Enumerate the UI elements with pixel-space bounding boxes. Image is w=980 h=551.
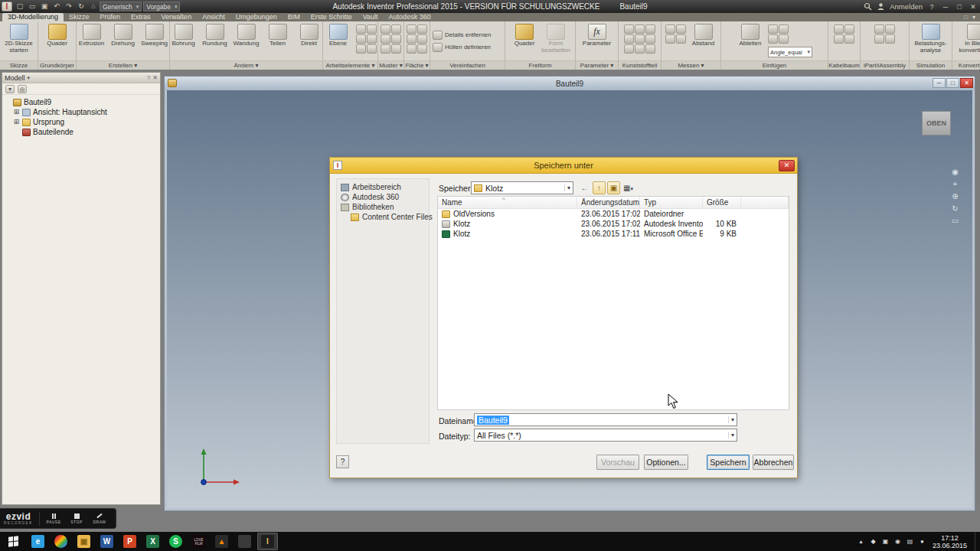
appearance-combobox[interactable]: Vorgabe ▾: [143, 2, 180, 11]
tree-item[interactable]: Bauteilende: [4, 127, 158, 137]
abbrechen-button[interactable]: Abbrechen: [753, 455, 794, 470]
small-tool-icon[interactable]: [381, 24, 390, 34]
ribbon-tab[interactable]: Autodesk 360: [384, 13, 436, 21]
document-titlebar[interactable]: Bauteil9 ─ □ ✕: [165, 77, 975, 90]
group-label-muster[interactable]: Muster ▾: [378, 60, 403, 70]
speichern-button[interactable]: Speichern: [707, 455, 750, 470]
small-tool-icon[interactable]: [665, 24, 675, 34]
taskbar-app[interactable]: I: [257, 533, 278, 550]
file-row[interactable]: OldVersions 23.06.2015 17:02 Dateiordner: [438, 209, 789, 219]
stop-button[interactable]: STOP: [65, 513, 88, 524]
navigation-icon[interactable]: ◉: [950, 167, 960, 177]
small-tool-icon[interactable]: [407, 34, 416, 44]
taskbar-app[interactable]: ▣: [74, 533, 94, 550]
expand-icon[interactable]: ⊞: [13, 119, 20, 126]
taskbar-app[interactable]: [234, 533, 255, 550]
up-one-level-button[interactable]: ↑: [593, 181, 606, 194]
file-row[interactable]: Klotz 23.06.2015 17:11 Microsoft Office …: [438, 229, 789, 239]
tool-teilen[interactable]: Teilen: [263, 22, 293, 60]
new-folder-button[interactable]: ▣: [607, 181, 620, 194]
small-tool-icon[interactable]: [768, 34, 778, 44]
small-tool-icon[interactable]: [381, 34, 390, 44]
small-tool-icon[interactable]: [676, 24, 686, 34]
small-tool-icon[interactable]: [834, 24, 844, 34]
small-tool-icon[interactable]: [844, 24, 854, 34]
tray-icon[interactable]: ●: [918, 538, 926, 545]
taskbar-app[interactable]: e: [28, 533, 48, 550]
column-header-name[interactable]: Name ^: [438, 197, 577, 208]
small-tool-icon[interactable]: [367, 24, 377, 34]
tool-parameter[interactable]: fx Parameter: [582, 22, 612, 60]
small-tool-icon[interactable]: [885, 24, 895, 34]
column-header-date[interactable]: Änderungsdatum: [577, 197, 640, 208]
doc-maximize-button[interactable]: □: [946, 78, 959, 88]
view-menu-button[interactable]: ▦▾: [622, 181, 635, 194]
small-tool-icon[interactable]: [885, 34, 895, 44]
small-tool-icon[interactable]: [417, 44, 427, 54]
ribbon-tab[interactable]: Skizze: [64, 13, 95, 21]
sidebar-place[interactable]: Arbeitsbereich: [337, 182, 429, 192]
file-row[interactable]: Klotz 23.06.2015 17:02 Autodesk Inventor…: [438, 219, 789, 229]
small-tool-icon[interactable]: [874, 24, 884, 34]
tool-abstand[interactable]: Abstand: [688, 22, 719, 60]
ribbon-tab[interactable]: Prüfen: [95, 13, 126, 21]
small-tool-icon[interactable]: [635, 34, 645, 44]
dialog-help-button[interactable]: ?: [336, 455, 349, 468]
browser-help-icon[interactable]: ?: [147, 74, 150, 81]
material-combobox[interactable]: Generisch ▾: [100, 2, 142, 11]
small-tool-icon[interactable]: [844, 34, 854, 44]
small-tool-icon[interactable]: [367, 34, 377, 44]
pause-button[interactable]: PAUSE: [42, 513, 65, 524]
ribbon-tab[interactable]: BIM: [283, 13, 305, 21]
taskbar-app[interactable]: P: [119, 533, 140, 550]
group-label-erstellen[interactable]: Erstellen ▾: [77, 60, 169, 70]
small-tool-icon[interactable]: [624, 44, 634, 54]
browser-close-icon[interactable]: ✕: [152, 74, 158, 81]
quick-access-icon[interactable]: ↷: [64, 2, 74, 11]
small-tool-icon[interactable]: [779, 34, 789, 44]
tool-quader[interactable]: Quader: [42, 22, 73, 60]
show-desktop-button[interactable]: [975, 532, 980, 551]
small-tool-icon[interactable]: [391, 34, 401, 44]
angle-equal-combobox[interactable]: Angle_equal ▾: [768, 47, 812, 57]
tree-item[interactable]: ⊞ Ursprung: [4, 117, 158, 127]
small-tool-icon[interactable]: [407, 24, 416, 34]
navigation-icon[interactable]: ▭: [950, 216, 960, 226]
small-tool-icon[interactable]: [645, 24, 655, 34]
small-tool-icon[interactable]: [624, 34, 634, 44]
small-tool-icon[interactable]: [391, 44, 401, 54]
minimize-button[interactable]: ─: [941, 3, 950, 11]
save-location-combobox[interactable]: Klotz ▾: [471, 181, 573, 194]
small-tool-icon[interactable]: [635, 24, 645, 34]
tray-icon[interactable]: ▤: [906, 538, 914, 545]
small-tool-icon[interactable]: [779, 24, 789, 34]
chevron-down-icon[interactable]: ▾: [28, 75, 31, 81]
ribbon-tab[interactable]: Ansicht: [197, 13, 230, 21]
small-tool-icon[interactable]: [676, 34, 686, 44]
quick-access-icon[interactable]: ⌂: [88, 2, 99, 11]
group-label-flaeche[interactable]: Fläche ▾: [404, 60, 430, 70]
tray-icon[interactable]: ◆: [869, 538, 877, 545]
tool-2d-skizze-starten[interactable]: 2D-Skizze starten: [4, 22, 34, 60]
ribbon-display-icon[interactable]: □: [964, 13, 968, 21]
small-tool-icon[interactable]: [645, 44, 655, 54]
taskbar-app[interactable]: [51, 533, 71, 550]
tray-icon[interactable]: ◉: [893, 538, 902, 545]
small-tool-icon[interactable]: [624, 24, 634, 34]
tree-item[interactable]: Bauteil9: [4, 97, 158, 107]
tray-icon[interactable]: ▴: [857, 538, 865, 545]
sign-in-link[interactable]: Anmelden: [890, 2, 923, 11]
taskbar-app[interactable]: W: [96, 533, 117, 550]
small-tool-icon[interactable]: [356, 34, 366, 44]
small-tool-icon[interactable]: [874, 34, 884, 44]
ribbon-tab[interactable]: Umgebungen: [230, 13, 283, 21]
small-tool-icon[interactable]: [635, 44, 645, 54]
group-label-arbeitselemente[interactable]: Arbeitselemente ▾: [323, 60, 377, 70]
taskbar-clock[interactable]: 17:12 23.06.2015: [933, 534, 967, 549]
doc-close-button[interactable]: ✕: [960, 78, 973, 88]
doc-minimize-button[interactable]: ─: [933, 78, 946, 88]
tray-icon[interactable]: ▣: [881, 538, 890, 545]
small-tool-icon[interactable]: [407, 44, 416, 54]
tool-belastungsanalyse[interactable]: Belastungs-analyse: [912, 22, 950, 60]
start-button[interactable]: [0, 532, 26, 551]
